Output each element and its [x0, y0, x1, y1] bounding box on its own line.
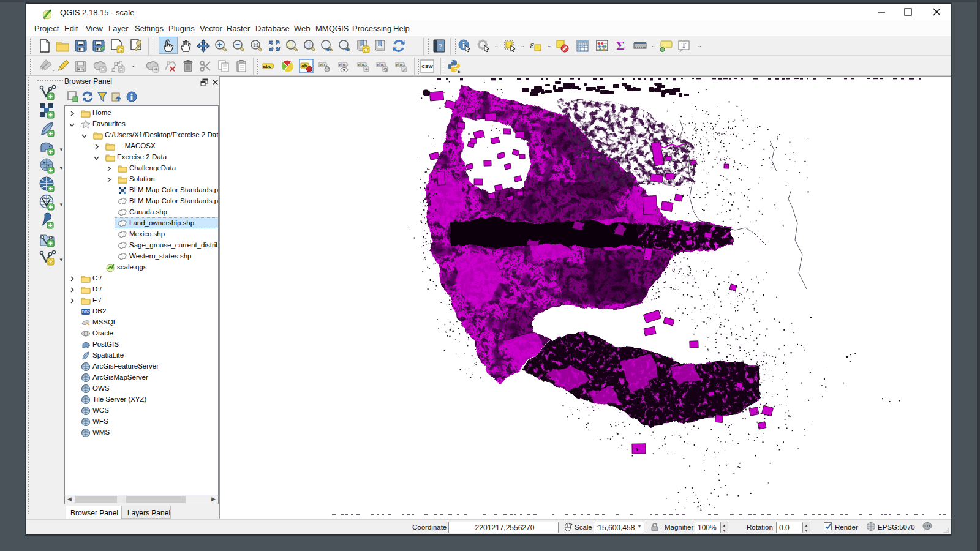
svg-text:?: ?	[439, 42, 442, 51]
svg-text:T: T	[682, 41, 687, 50]
svg-text:abc: abc	[263, 64, 272, 69]
svg-text:abc: abc	[339, 62, 346, 67]
svg-text:abc: abc	[377, 62, 384, 67]
svg-text:n: n	[43, 196, 45, 200]
svg-text:abc: abc	[396, 62, 403, 67]
svg-text:1:1: 1:1	[253, 43, 259, 47]
svg-text:ab: ab	[301, 63, 307, 69]
svg-text:pc: pc	[48, 195, 52, 199]
svg-text:CSW: CSW	[421, 64, 433, 69]
svg-text:ε: ε	[530, 39, 534, 51]
svg-text:Σ: Σ	[616, 39, 625, 53]
svg-text:ab: ab	[320, 62, 325, 67]
svg-text:abc: abc	[358, 62, 365, 67]
